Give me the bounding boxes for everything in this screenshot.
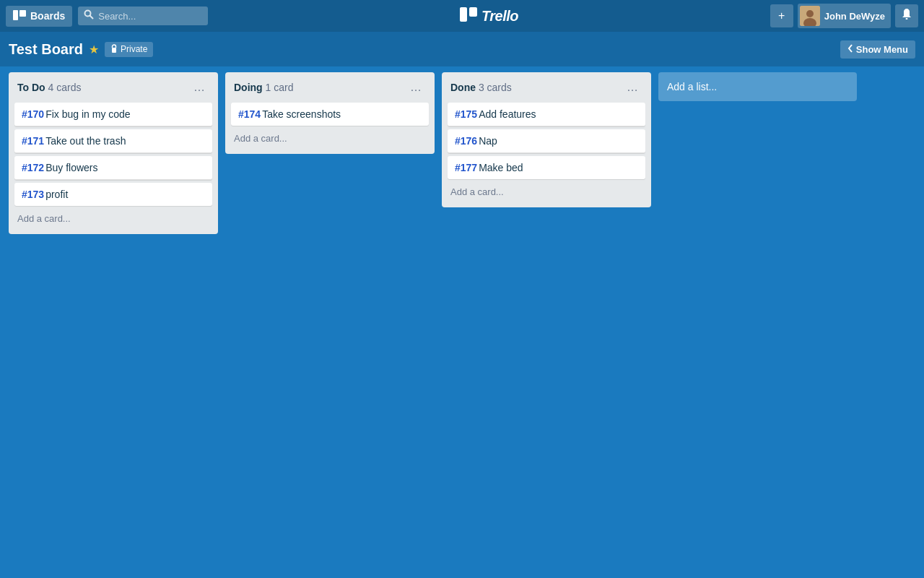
card-id-172: #172 — [22, 162, 44, 173]
list-options-done[interactable]: … — [622, 79, 642, 95]
svg-point-2 — [85, 11, 91, 17]
list-count-todo: 4 cards — [48, 82, 82, 93]
user-name: John DeWyze — [824, 11, 885, 22]
trello-logo-text: Trello — [481, 8, 518, 25]
card-id-170: #170 — [22, 108, 44, 120]
search-box[interactable] — [78, 7, 208, 25]
card-id-176: #176 — [455, 135, 477, 147]
list-title-todo: To Do 4 cards — [17, 82, 81, 93]
board-title-area: Test Board ★ Private — [9, 41, 840, 58]
search-icon — [84, 9, 94, 22]
list-count-doing: 1 card — [266, 82, 294, 93]
notifications-button[interactable] — [895, 4, 918, 27]
boards-button[interactable]: Boards — [6, 6, 72, 27]
list-title-doing: Doing 1 card — [234, 82, 293, 93]
logo-area: Trello — [214, 7, 764, 25]
add-card-done[interactable]: Add a card... — [448, 182, 645, 202]
show-menu-button[interactable]: Show Menu — [840, 40, 915, 59]
plus-icon: + — [778, 9, 785, 22]
board-title: Test Board — [9, 41, 83, 58]
card-172[interactable]: #172Buy flowers — [14, 156, 212, 180]
card-171[interactable]: #171Take out the trash — [14, 129, 212, 153]
list-title-done: Done 3 cards — [450, 82, 512, 93]
list-doing: Doing 1 card … #174Take screenshots Add … — [225, 72, 435, 154]
bell-icon — [902, 9, 912, 23]
card-text-175: Add features — [479, 108, 536, 120]
top-navigation: Boards Trello + — [0, 0, 924, 32]
card-text-176: Nap — [479, 135, 497, 147]
card-177[interactable]: #177Make bed — [448, 156, 645, 179]
lock-icon — [110, 44, 118, 55]
visibility-label: Private — [121, 44, 147, 54]
board-grid-icon — [13, 10, 26, 22]
card-170[interactable]: #170Fix bug in my code — [14, 103, 212, 126]
avatar — [800, 6, 820, 26]
card-176[interactable]: #176Nap — [448, 129, 645, 153]
card-text-171: Take out the trash — [45, 135, 126, 147]
header-right: + John DeWyze — [770, 4, 918, 28]
user-menu-button[interactable]: John DeWyze — [798, 4, 891, 28]
chevron-left-icon — [847, 44, 853, 55]
card-173[interactable]: #173profit — [14, 183, 212, 206]
list-options-todo[interactable]: … — [189, 79, 209, 95]
svg-point-7 — [806, 10, 814, 17]
trello-logo-icon — [460, 7, 477, 25]
card-id-175: #175 — [455, 108, 477, 120]
list-todo: To Do 4 cards … #170Fix bug in my code #… — [9, 72, 218, 234]
list-header-done: Done 3 cards … — [448, 78, 645, 100]
card-text-173: profit — [45, 189, 68, 200]
svg-rect-4 — [460, 7, 467, 22]
card-id-174: #174 — [238, 108, 261, 120]
add-card-doing[interactable]: Add a card... — [231, 129, 429, 148]
card-text-172: Buy flowers — [45, 162, 97, 173]
svg-rect-0 — [13, 10, 18, 20]
add-card-todo[interactable]: Add a card... — [14, 209, 212, 228]
list-header-todo: To Do 4 cards … — [14, 78, 212, 100]
list-header-doing: Doing 1 card … — [231, 78, 429, 100]
list-count-done: 3 cards — [479, 82, 512, 93]
board-content: To Do 4 cards … #170Fix bug in my code #… — [0, 66, 924, 240]
svg-rect-10 — [112, 48, 116, 53]
board-header: Test Board ★ Private Show Menu — [0, 32, 924, 66]
star-icon[interactable]: ★ — [89, 43, 99, 56]
card-id-177: #177 — [455, 162, 477, 173]
card-id-171: #171 — [22, 135, 44, 147]
search-input[interactable] — [98, 11, 199, 22]
svg-rect-9 — [906, 18, 908, 20]
show-menu-label: Show Menu — [856, 44, 908, 55]
card-text-177: Make bed — [479, 162, 523, 173]
trello-logo: Trello — [460, 7, 518, 25]
boards-button-label: Boards — [30, 10, 65, 22]
svg-line-3 — [90, 16, 94, 20]
add-button[interactable]: + — [770, 4, 793, 27]
card-174[interactable]: #174Take screenshots — [231, 103, 429, 126]
add-list-button[interactable]: Add a list... — [658, 72, 857, 101]
card-175[interactable]: #175Add features — [448, 103, 645, 126]
visibility-badge[interactable]: Private — [105, 42, 153, 57]
list-options-doing[interactable]: … — [406, 79, 426, 95]
svg-rect-5 — [469, 7, 477, 17]
card-id-173: #173 — [22, 189, 44, 200]
list-done: Done 3 cards … #175Add features #176Nap … — [442, 72, 651, 207]
add-list-label: Add a list... — [667, 81, 717, 92]
svg-rect-1 — [19, 10, 26, 17]
card-text-170: Fix bug in my code — [45, 108, 131, 120]
card-text-174: Take screenshots — [262, 108, 341, 120]
